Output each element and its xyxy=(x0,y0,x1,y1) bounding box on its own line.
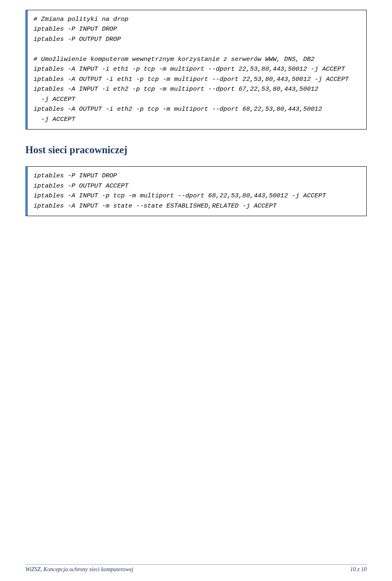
page-footer: WiZSZ, Koncepcja ochrony sieci komputero… xyxy=(25,564,367,573)
code-block-1: # Zmiana polityki na drop iptables -P IN… xyxy=(25,10,367,130)
footer-page-number: 10 z 10 xyxy=(350,566,367,573)
page: # Zmiana polityki na drop iptables -P IN… xyxy=(0,0,392,581)
section-heading: Host sieci pracowniczej xyxy=(25,144,367,156)
code-block-2: iptables -P INPUT DROP iptables -P OUTPU… xyxy=(25,166,367,216)
footer-left-text: WiZSZ, Koncepcja ochrony sieci komputero… xyxy=(25,566,134,573)
